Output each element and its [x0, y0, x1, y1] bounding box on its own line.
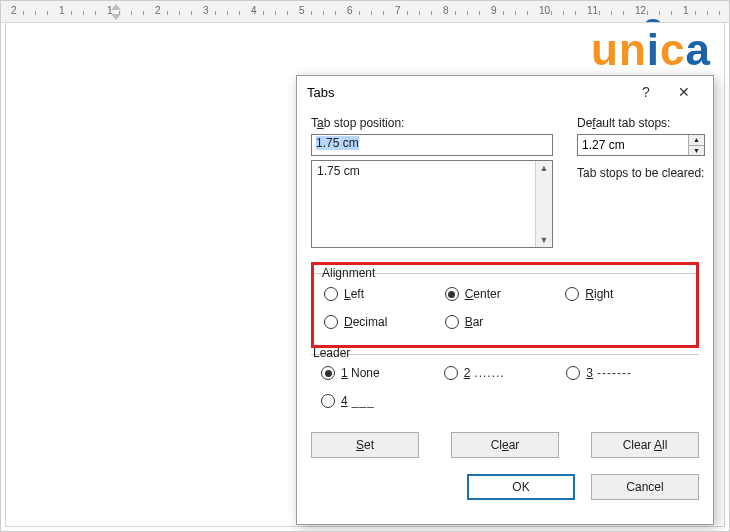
ruler-number: 2	[11, 5, 17, 16]
set-button[interactable]: Set	[311, 432, 419, 458]
radio-icon	[445, 315, 459, 329]
radio-leader-dashes[interactable]: 3-------	[566, 366, 689, 380]
ruler-number: 1	[59, 5, 65, 16]
ruler-number: 8	[443, 5, 449, 16]
radio-icon	[445, 287, 459, 301]
list-item[interactable]: 1.75 cm	[317, 164, 547, 178]
radio-leader-underline[interactable]: 4___	[321, 394, 444, 408]
ruler-number: 1	[683, 5, 689, 16]
radio-icon	[324, 315, 338, 329]
radio-icon	[321, 366, 335, 380]
tab-stop-position-input[interactable]: 1.75 cm	[311, 134, 553, 156]
ok-button[interactable]: OK	[467, 474, 575, 500]
radio-icon	[565, 287, 579, 301]
ruler-number: 11	[587, 5, 598, 16]
logo-unica: unica	[591, 25, 711, 75]
scroll-down-icon[interactable]: ▼	[540, 233, 549, 247]
radio-leader-none[interactable]: 1 None	[321, 366, 444, 380]
radio-icon	[324, 287, 338, 301]
ruler-number: 4	[251, 5, 257, 16]
radio-left[interactable]: Left	[324, 287, 445, 301]
alignment-group: Alignment Left Center Right Decimal	[311, 262, 699, 348]
radio-right[interactable]: Right	[565, 287, 686, 301]
tab-stops-cleared-label: Tab stops to be cleared:	[577, 166, 705, 180]
dialog-titlebar: Tabs ? ✕	[297, 76, 713, 108]
radio-icon	[444, 366, 458, 380]
radio-icon	[566, 366, 580, 380]
tab-stop-position-label: Tab stop position:	[311, 116, 553, 130]
tab-stop-listbox[interactable]: 1.75 cm ▲ ▼	[311, 160, 553, 248]
radio-leader-dots[interactable]: 2.......	[444, 366, 567, 380]
ruler-number: 7	[395, 5, 401, 16]
radio-decimal[interactable]: Decimal	[324, 315, 445, 329]
spin-down-button[interactable]: ▼	[688, 146, 704, 156]
ruler-number: 9	[491, 5, 497, 16]
ruler-number: 6	[347, 5, 353, 16]
clear-button[interactable]: Clear	[451, 432, 559, 458]
radio-icon	[321, 394, 335, 408]
ruler-number: 10	[539, 5, 550, 16]
scrollbar[interactable]: ▲ ▼	[535, 161, 552, 247]
spin-up-button[interactable]: ▲	[688, 135, 704, 146]
horizontal-ruler[interactable]: 211234567891011121	[1, 1, 729, 23]
dialog-title: Tabs	[307, 85, 627, 100]
radio-center[interactable]: Center	[445, 287, 566, 301]
radio-bar[interactable]: Bar	[445, 315, 566, 329]
default-tab-stops-input[interactable]	[577, 134, 705, 156]
help-button[interactable]: ?	[627, 78, 665, 106]
ruler-number: 5	[299, 5, 305, 16]
scroll-up-icon[interactable]: ▲	[540, 161, 549, 175]
ruler-number: 3	[203, 5, 209, 16]
ruler-number: 2	[155, 5, 161, 16]
clear-all-button[interactable]: Clear All	[591, 432, 699, 458]
cancel-button[interactable]: Cancel	[591, 474, 699, 500]
leader-group: Leader 1 None 2....... 3------- 4___	[311, 354, 699, 418]
close-button[interactable]: ✕	[665, 78, 703, 106]
default-tab-stops-label: Default tab stops:	[577, 116, 705, 130]
leader-legend: Leader	[311, 346, 352, 360]
tabs-dialog: Tabs ? ✕ Tab stop position: 1.75 cm 1.75…	[296, 75, 714, 525]
alignment-legend: Alignment	[320, 266, 377, 280]
ruler-number: 12	[635, 5, 646, 16]
